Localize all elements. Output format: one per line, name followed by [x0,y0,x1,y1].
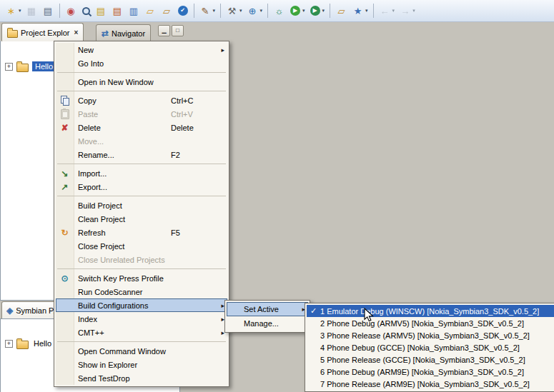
run-button[interactable]: ▶▾ [288,2,307,19]
config-item-label: 4 Phone Debug (GCCE) [Nokia_Symbian3_SDK… [320,343,520,352]
checkmark-icon: ✓ [307,306,320,316]
tree-item-hello[interactable]: + Hello [5,61,56,72]
tree-item-label: Hello [32,338,53,348]
search-button[interactable] [80,2,92,19]
menu-shortcut: Ctrl+V [171,110,218,119]
print-button[interactable]: ▤ [41,2,56,19]
menu-item[interactable]: Build Project [56,198,227,212]
menu-item-label: Refresh [78,228,106,237]
tab-project-explorer[interactable]: Project Explor × [1,23,84,41]
run-external-button[interactable]: ▶▾ [308,2,327,19]
menu-item[interactable]: PasteCtrl+V [56,107,227,121]
menu-icon-cell [56,312,74,326]
browser-globe-icon: ⊕ [247,5,259,16]
tab-navigator[interactable]: ⇄ Navigator [96,24,151,41]
open-resource-button[interactable]: ▤ [94,2,109,19]
menu-item-label: Show in Explorer [78,361,137,369]
config-menu-item[interactable]: 6 Phone Debug (ARM9E) [Nokia_Symbian3_SD… [307,366,554,378]
config-menu-item[interactable]: 5 Phone Release (GCCE) [Nokia_Symbian3_S… [307,353,554,366]
finish-check-button[interactable]: ✔ [176,2,190,19]
open-folder-icon: ▱ [161,5,173,16]
menu-item[interactable]: New▸ [56,43,227,56]
menu-shortcut: Delete [171,124,218,132]
menu-separator [57,72,226,73]
maximize-button[interactable]: □ [172,25,184,36]
menu-item[interactable]: Go Into [56,56,227,70]
menu-item[interactable]: ↻RefreshF5 [56,226,227,239]
build-hammer-button[interactable]: ⚒▾ [224,2,244,19]
menu-icon-cell: ↗ [56,180,74,194]
wand-button[interactable]: ★▾ [350,2,370,19]
submenu-item-label: Manage... [244,319,279,328]
symbian-view-icon: ◈ [6,306,13,315]
back-button[interactable]: ←▾ [377,2,397,19]
menu-item[interactable]: Show in Explorer [56,358,227,371]
menu-item[interactable]: Rename...F2 [56,148,227,161]
submenu-item[interactable]: Set Active▸ [227,302,308,316]
tab-navigator-label: Navigator [112,29,145,38]
expander-plus-icon[interactable]: + [5,63,13,71]
open-folder-button[interactable]: ▱ [159,2,174,19]
keypress-icon: ⊙ [61,274,68,283]
menu-item-label: Rename... [78,151,114,159]
dropdown-arrow-icon: ▾ [19,8,21,14]
import-icon: ↘ [61,169,68,178]
new-wizard-icon: ∗ [5,5,17,16]
project-explorer-icon [7,30,18,38]
open-project-folder-button[interactable]: ▱ [334,2,349,19]
menu-item[interactable]: Move... [56,134,227,148]
menu-icon-cell: ↘ [56,166,74,180]
config-menu-item[interactable]: 3 Phone Release (ARMV5) [Nokia_Symbian3_… [307,329,554,341]
save-button[interactable]: ▦ [24,2,39,19]
menu-item-label: CMT++ [78,328,104,337]
paint-tool-button[interactable]: ✎▾ [198,2,217,19]
menu-item-label: Switch Key Press Profile [78,274,164,283]
tasks-button[interactable]: ▥ [127,2,142,19]
submenu-item[interactable]: Manage... [227,316,308,331]
browser-globe-button[interactable]: ⊕▾ [245,2,264,19]
menu-item[interactable]: Send TestDrop [56,371,227,385]
menu-item[interactable]: CMT++▸ [56,326,227,339]
menu-item-label: Copy [78,96,97,105]
menu-item[interactable]: ✘DeleteDelete [56,121,227,134]
problems-button[interactable]: ▤ [110,2,125,19]
menu-item[interactable]: CopyCtrl+C [56,94,227,107]
menu-item-label: Open Command Window [78,347,166,356]
config-menu-item[interactable]: ✓1 Emulator Debug (WINSCW) [Nokia_Symbia… [307,305,554,317]
delete-icon: ✘ [61,124,68,132]
menu-item[interactable]: ↗Export... [56,180,227,194]
close-icon[interactable]: × [74,29,78,36]
config-item-label: 7 Phone Release (ARM9E) [Nokia_Symbian3_… [320,380,530,388]
minimize-button[interactable]: ▁ [158,25,170,36]
menu-item[interactable]: Close Unrelated Projects [56,253,227,266]
tree-item-hello-symbian[interactable]: + Hello [5,338,53,349]
menu-item[interactable]: Index▸ [56,312,227,326]
new-wizard-button[interactable]: ∗▾ [4,2,23,19]
menu-icon-cell [56,326,74,339]
menu-item[interactable]: Close Project [56,239,227,253]
paint-tool-icon: ✎ [199,5,212,16]
menu-shortcut: Ctrl+C [171,96,218,105]
config-menu-item[interactable]: 2 Phone Debug (ARMV5) [Nokia_Symbian3_SD… [307,317,554,329]
menu-item[interactable]: Open in New Window [56,75,227,89]
debug-dialog-button[interactable]: ◉ [64,2,79,19]
submenu-arrow-icon: ▸ [221,46,224,54]
menu-icon-cell [56,253,74,266]
menu-item[interactable]: ⊙Switch Key Press Profile [56,271,227,285]
run-icon: ▶ [290,6,300,16]
tree-item-label: Hello [32,61,56,71]
config-menu-item[interactable]: 7 Phone Release (ARM9E) [Nokia_Symbian3_… [307,378,554,390]
menu-item[interactable]: Run CodeScanner [56,285,227,298]
set-active-submenu: Set Active▸Manage... [224,300,310,333]
menu-separator [57,164,226,164]
forward-button[interactable]: →▾ [397,2,417,19]
debug-config-button[interactable]: ☼ [272,2,287,19]
menu-item[interactable]: Open Command Window [56,344,227,358]
menu-item[interactable]: Build Configurations▸ [56,298,227,312]
menu-item-label: Build Project [78,201,122,210]
config-menu-item[interactable]: 4 Phone Debug (GCCE) [Nokia_Symbian3_SDK… [307,341,554,353]
menu-item[interactable]: ↘Import... [56,166,227,180]
expander-plus-icon[interactable]: + [5,340,13,348]
menu-item[interactable]: Clean Project [56,212,227,226]
import-wizard-button[interactable]: ▱ [143,2,158,19]
